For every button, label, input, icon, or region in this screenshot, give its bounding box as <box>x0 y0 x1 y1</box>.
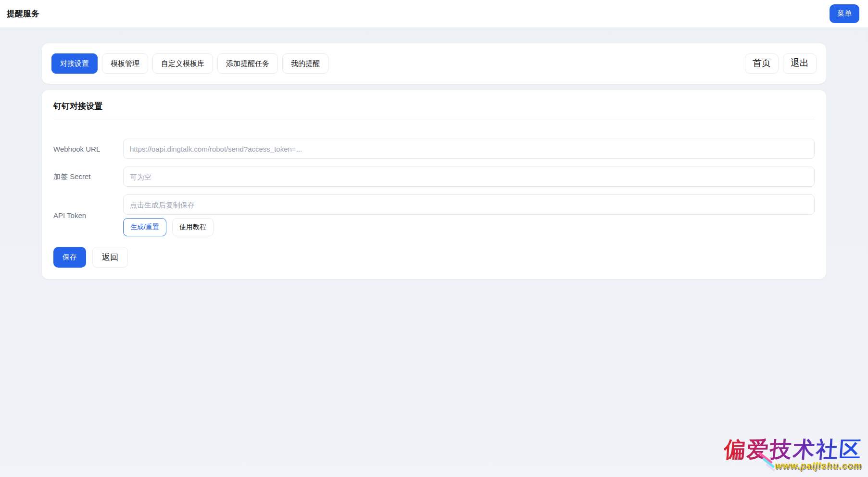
tutorial-button[interactable]: 使用教程 <box>172 218 214 236</box>
tab-group: 对接设置 模板管理 自定义模板库 添加提醒任务 我的提醒 <box>51 53 328 74</box>
page-container: 对接设置 模板管理 自定义模板库 添加提醒任务 我的提醒 首页 退出 钉钉对接设… <box>42 43 826 279</box>
secret-field-wrap <box>123 167 815 187</box>
api-token-label: API Token <box>53 211 123 219</box>
token-button-group: 生成/重置 使用教程 <box>123 218 815 236</box>
secret-row: 加签 Secret <box>53 167 815 187</box>
app-title: 提醒服务 <box>7 8 39 19</box>
tab-custom-template-library[interactable]: 自定义模板库 <box>152 53 213 74</box>
watermark: 偏爱技术社区 www.paijishu.com <box>724 438 862 471</box>
watermark-title: 偏爱技术社区 <box>723 438 863 461</box>
card-title: 钉钉对接设置 <box>53 101 815 119</box>
webhook-url-label: Webhook URL <box>53 145 123 153</box>
menu-button[interactable]: 菜单 <box>830 4 859 23</box>
form-action-row: 保存 返回 <box>53 247 815 268</box>
save-button[interactable]: 保存 <box>53 247 86 268</box>
logout-button[interactable]: 退出 <box>783 53 817 74</box>
tab-template-management[interactable]: 模板管理 <box>102 53 148 74</box>
secret-label: 加签 Secret <box>53 172 123 181</box>
home-button[interactable]: 首页 <box>745 53 779 74</box>
api-token-input[interactable] <box>123 194 815 215</box>
secret-input[interactable] <box>123 167 815 187</box>
api-token-field-wrap: 生成/重置 使用教程 <box>123 194 815 236</box>
back-button[interactable]: 返回 <box>92 247 128 268</box>
generate-reset-button[interactable]: 生成/重置 <box>123 218 166 236</box>
dingtalk-settings-card: 钉钉对接设置 Webhook URL 加签 Secret API Token 生… <box>42 90 826 279</box>
pencil-icon <box>757 452 780 474</box>
api-token-row: API Token 生成/重置 使用教程 <box>53 194 815 236</box>
webhook-url-field-wrap <box>123 139 815 159</box>
nav-right-group: 首页 退出 <box>745 53 817 74</box>
watermark-url: www.paijishu.com <box>775 461 862 471</box>
tab-my-reminders[interactable]: 我的提醒 <box>282 53 328 74</box>
webhook-url-input[interactable] <box>123 139 815 159</box>
webhook-url-row: Webhook URL <box>53 139 815 159</box>
tab-integration-settings[interactable]: 对接设置 <box>51 53 98 74</box>
nav-card: 对接设置 模板管理 自定义模板库 添加提醒任务 我的提醒 首页 退出 <box>42 43 826 84</box>
tab-add-reminder-task[interactable]: 添加提醒任务 <box>217 53 278 74</box>
top-header: 提醒服务 菜单 <box>0 0 868 28</box>
